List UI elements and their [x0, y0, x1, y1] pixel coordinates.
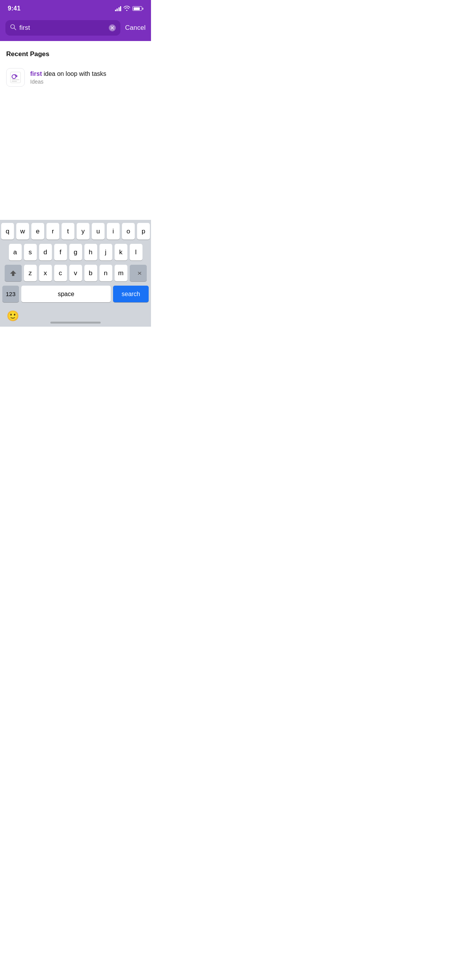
- key-delete[interactable]: [130, 265, 147, 281]
- key-x[interactable]: x: [39, 265, 52, 281]
- search-icon: [10, 24, 16, 32]
- key-k[interactable]: k: [115, 244, 127, 260]
- key-s[interactable]: s: [24, 244, 37, 260]
- key-y[interactable]: y: [77, 223, 89, 240]
- key-r[interactable]: r: [46, 223, 59, 240]
- key-e[interactable]: e: [31, 223, 44, 240]
- key-shift[interactable]: [5, 265, 22, 281]
- status-time: 9:41: [8, 5, 21, 12]
- status-bar: 9:41: [0, 0, 151, 17]
- content-area: Recent Pages first idea on loop with tas…: [0, 41, 151, 215]
- key-l[interactable]: l: [130, 244, 142, 260]
- keyboard-row-2: a s d f g h j k l: [1, 244, 150, 260]
- emoji-key[interactable]: 🙂: [4, 308, 21, 324]
- cancel-button[interactable]: Cancel: [125, 24, 146, 32]
- search-input-wrapper[interactable]: [5, 20, 120, 36]
- keyboard-row-3: z x c v b n m: [1, 265, 150, 281]
- key-a[interactable]: a: [9, 244, 22, 260]
- key-j[interactable]: j: [100, 244, 112, 260]
- search-bar-container: Cancel: [0, 17, 151, 41]
- key-g[interactable]: g: [69, 244, 82, 260]
- key-w[interactable]: w: [16, 223, 29, 240]
- wifi-icon: [124, 5, 130, 12]
- key-i[interactable]: i: [107, 223, 120, 240]
- keyboard: q w e r t y u i o p a s d f g h j k l z …: [0, 220, 151, 327]
- battery-icon: [132, 6, 143, 11]
- key-c[interactable]: c: [54, 265, 67, 281]
- key-m[interactable]: m: [115, 265, 127, 281]
- page-title: first idea on loop with tasks: [30, 70, 106, 77]
- page-title-highlight: first: [30, 70, 42, 77]
- key-b[interactable]: b: [84, 265, 97, 281]
- key-search-action[interactable]: search: [113, 286, 149, 302]
- key-f[interactable]: f: [54, 244, 67, 260]
- page-icon: [6, 68, 25, 87]
- search-input[interactable]: [19, 24, 106, 32]
- home-indicator: [50, 322, 101, 324]
- key-q[interactable]: q: [1, 223, 14, 240]
- key-v[interactable]: v: [69, 265, 82, 281]
- key-p[interactable]: p: [137, 223, 150, 240]
- svg-line-1: [14, 28, 16, 30]
- key-d[interactable]: d: [39, 244, 52, 260]
- key-h[interactable]: h: [84, 244, 97, 260]
- key-u[interactable]: u: [92, 223, 105, 240]
- key-numbers[interactable]: 123: [2, 286, 19, 302]
- list-item[interactable]: first idea on loop with tasks Ideas: [6, 65, 145, 90]
- page-info: first idea on loop with tasks Ideas: [30, 70, 106, 85]
- keyboard-row-1: q w e r t y u i o p: [1, 223, 150, 240]
- key-space[interactable]: space: [21, 286, 111, 302]
- status-icons: [115, 5, 144, 12]
- signal-icon: [115, 6, 122, 11]
- key-n[interactable]: n: [100, 265, 112, 281]
- key-o[interactable]: o: [122, 223, 135, 240]
- page-breadcrumb: Ideas: [30, 79, 106, 85]
- key-z[interactable]: z: [24, 265, 37, 281]
- clear-button[interactable]: [109, 24, 116, 31]
- key-t[interactable]: t: [62, 223, 74, 240]
- keyboard-row-4: 123 space search: [1, 286, 150, 302]
- recent-pages-title: Recent Pages: [6, 50, 145, 58]
- page-title-rest: idea on loop with tasks: [42, 70, 106, 77]
